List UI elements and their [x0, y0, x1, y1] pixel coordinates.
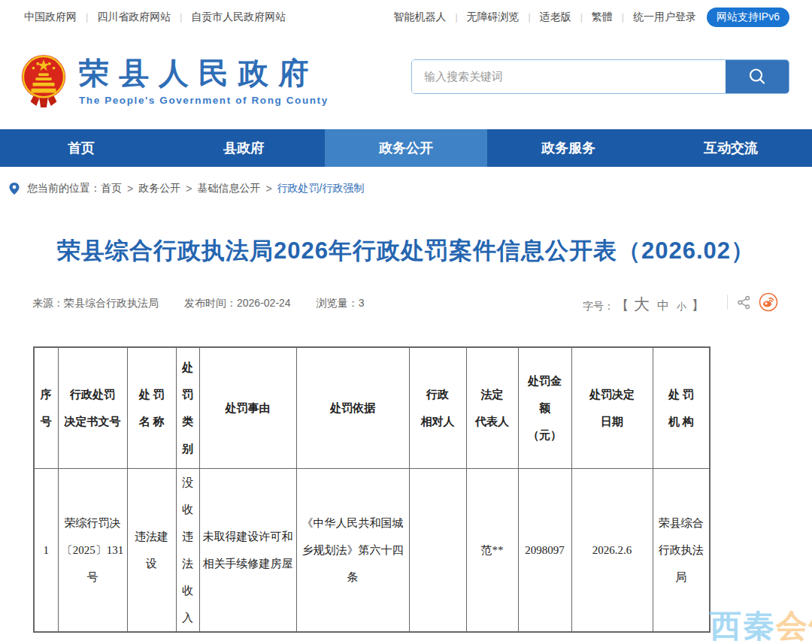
share-icon[interactable]: [737, 295, 751, 310]
col-header-penalty-agency: 处 罚 机 构: [653, 347, 710, 468]
link-elderly-version[interactable]: 适老版: [540, 11, 571, 24]
cell-penalty-amount: 2098097: [518, 468, 571, 632]
site-search: [411, 59, 789, 94]
col-header-penalty-name: 处 罚 名 称: [127, 347, 176, 468]
meta-publish-value: 2026-02-24: [237, 297, 291, 309]
cell-penalty-reason: 未取得建设许可和 相关手续修建房屋: [199, 468, 296, 632]
penalty-disclosure-table: 序 号 行政处罚 决定书文号 处 罚 名 称 处 罚 类 别 处罚事由 处罚依据…: [33, 346, 710, 633]
divider: [727, 295, 728, 310]
meta-view-count: 浏览量：3: [317, 297, 365, 310]
breadcrumb-home[interactable]: 首页: [101, 182, 122, 195]
watermark-part1: 西秦: [710, 608, 776, 643]
topbar-right-links: 智能机器人 | 无障碍浏览 | 适老版 | 繁體 | 统一用户登录 网站支持IP…: [393, 8, 789, 27]
masthead: 荣县人民政府 The People's Government of Rong C…: [0, 34, 812, 129]
article-meta-left: 来源：荣县综合行政执法局 发布时间：2026-02-24 浏览量：3: [32, 297, 389, 310]
cell-penalty-agency: 荣县综合 行政执法 局: [653, 468, 710, 632]
cell-penalty-category: 没 收 违 法 收 入: [176, 468, 199, 632]
breadcrumb-basic-info[interactable]: 基础信息公开: [197, 182, 260, 195]
cell-legal-representative: 范**: [466, 468, 518, 632]
breadcrumb-admin-penalty[interactable]: 行政处罚/行政强制: [277, 182, 365, 195]
cell-penalty-name: 违法建 设: [127, 468, 176, 632]
site-watermark: 西秦会馆: [710, 609, 812, 643]
topbar-separator: |: [455, 12, 457, 23]
topbar-separator: |: [529, 12, 531, 23]
topbar-left-links: 中国政府网 | 四川省政府网站 | 自贡市人民政府网站: [24, 11, 286, 24]
bracket-open: 【: [616, 297, 629, 314]
article-meta: 来源：荣县综合行政执法局 发布时间：2026-02-24 浏览量：3 字号： 【…: [0, 292, 812, 315]
col-header-penalty-basis: 处罚依据: [296, 347, 409, 468]
national-emblem-icon: [20, 53, 67, 110]
cell-decision-date: 2026.2.6: [571, 468, 653, 632]
nav-tab-interaction[interactable]: 互动交流: [650, 129, 812, 167]
col-header-penalty-category: 处 罚 类 别: [176, 347, 199, 468]
share-group: [718, 292, 778, 312]
bracket-close: 】: [692, 297, 704, 314]
nav-tab-government-services[interactable]: 政务服务: [487, 129, 650, 167]
site-title-block: 荣县人民政府 The People's Government of Rong C…: [79, 57, 329, 106]
cell-administrative-counterpart: [409, 468, 466, 632]
col-header-serial-number: 序 号: [34, 347, 58, 468]
topbar-separator: |: [180, 12, 182, 23]
topbar-separator: |: [580, 12, 583, 23]
cell-penalty-basis: 《中华人民共和国城 乡规划法》第六十四 条: [296, 468, 409, 632]
col-header-decision-doc-number: 行政处罚 决定书文号: [58, 347, 127, 468]
link-sichuan-gov[interactable]: 四川省政府网站: [97, 11, 171, 24]
font-size-control: 字号： 【 大 中 小 】: [583, 292, 778, 315]
topbar-separator: |: [622, 12, 624, 23]
top-utility-bar: 中国政府网 | 四川省政府网站 | 自贡市人民政府网站 智能机器人 | 无障碍浏…: [0, 0, 812, 34]
font-size-small-button[interactable]: 小: [677, 300, 686, 313]
breadcrumb-separator: >: [127, 183, 133, 195]
font-size-label: 字号：: [583, 300, 614, 313]
link-traditional-chinese[interactable]: 繁體: [592, 11, 613, 24]
location-pin-icon: [8, 182, 21, 195]
col-header-administrative-counterpart: 行政 相对人: [409, 347, 466, 468]
link-unified-login[interactable]: 统一用户登录: [633, 11, 696, 24]
nav-tab-home[interactable]: 首页: [0, 129, 162, 167]
topbar-separator: |: [86, 12, 88, 23]
meta-source: 来源：荣县综合行政执法局: [32, 297, 159, 310]
table-header-row: 序 号 行政处罚 决定书文号 处 罚 名 称 处 罚 类 别 处罚事由 处罚依据…: [34, 347, 710, 468]
breadcrumb-separator: >: [265, 183, 271, 195]
breadcrumb: 您当前的位置： 首页 > 政务公开 > 基础信息公开 > 行政处罚/行政强制: [0, 175, 812, 202]
penalty-table-container: 序 号 行政处罚 决定书文号 处 罚 名 称 处 罚 类 别 处罚事由 处罚依据…: [33, 346, 812, 633]
meta-views-label: 浏览量：: [317, 297, 359, 309]
link-smart-robot[interactable]: 智能机器人: [393, 11, 446, 24]
col-header-penalty-reason: 处罚事由: [199, 347, 296, 468]
link-china-gov[interactable]: 中国政府网: [24, 11, 77, 24]
ipv6-support-badge[interactable]: 网站支持IPv6: [707, 8, 789, 27]
link-zigong-gov[interactable]: 自贡市人民政府网站: [191, 11, 286, 24]
meta-publish-label: 发布时间：: [184, 297, 237, 309]
breadcrumb-prefix: 您当前的位置：: [27, 182, 101, 195]
meta-source-label: 来源：: [32, 297, 64, 309]
meta-source-value: 荣县综合行政执法局: [64, 297, 159, 309]
meta-views-value: 3: [359, 297, 365, 309]
link-accessibility[interactable]: 无障碍浏览: [467, 11, 520, 24]
col-header-decision-date: 处罚决定 日期: [571, 347, 653, 468]
breadcrumb-gov-disclosure[interactable]: 政务公开: [138, 182, 180, 195]
col-header-penalty-amount: 处罚金 额 （元）: [518, 347, 571, 468]
meta-publish-date: 发布时间：2026-02-24: [184, 297, 291, 310]
search-input[interactable]: [412, 60, 726, 93]
breadcrumb-separator: >: [186, 183, 192, 195]
site-name-english: The People's Government of Rong County: [79, 95, 329, 106]
nav-tab-government-affairs-disclosure[interactable]: 政务公开: [325, 129, 487, 167]
col-header-legal-representative: 法定 代表人: [466, 347, 518, 468]
search-button[interactable]: [726, 60, 789, 93]
font-size-medium-button[interactable]: 中: [657, 298, 669, 314]
table-row: 1 荣综行罚决 〔2025〕131 号 违法建 设 没 收 违 法 收 入 未取…: [34, 468, 710, 632]
weibo-share-icon[interactable]: [759, 292, 778, 312]
nav-tab-county-government[interactable]: 县政府: [162, 129, 325, 167]
site-name: 荣县人民政府: [79, 57, 329, 90]
search-icon: [747, 67, 767, 86]
page-title: 荣县综合行政执法局2026年行政处罚案件信息公开表（2026.02）: [0, 235, 812, 267]
cell-decision-doc-number: 荣综行罚决 〔2025〕131 号: [58, 468, 127, 632]
watermark-part2: 会馆: [776, 608, 812, 643]
font-size-large-button[interactable]: 大: [634, 294, 650, 315]
cell-serial-number: 1: [34, 468, 58, 632]
main-nav: 首页 县政府 政务公开 政务服务 互动交流: [0, 129, 812, 167]
site-logo[interactable]: 荣县人民政府 The People's Government of Rong C…: [20, 53, 329, 110]
